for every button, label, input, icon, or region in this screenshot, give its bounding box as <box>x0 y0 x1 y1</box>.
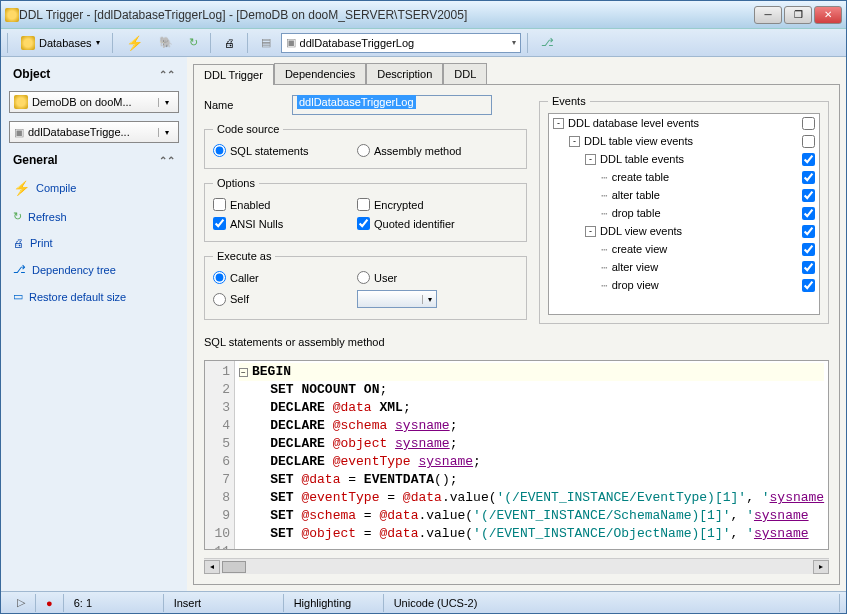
event-checkbox[interactable] <box>802 279 815 292</box>
refresh-link[interactable]: ↻Refresh <box>9 207 179 226</box>
toolbar: Databases ▾ ⚡ 🐘 ↻ 🖨 ▤ ▣ ddlDatabaseTrigg… <box>1 29 846 57</box>
content-area: Object ⌃⌃ DemoDB on dooM... ▾ ▣ ddlDatab… <box>1 57 846 591</box>
tab-ddl[interactable]: DDL <box>443 63 487 84</box>
close-button[interactable]: ✕ <box>814 6 842 24</box>
trigger-selector-value: ddlDatabaseTrigge... <box>28 126 130 138</box>
quoted-identifier-checkbox[interactable]: Quoted identifier <box>357 217 477 230</box>
collapse-icon: ⌃⌃ <box>159 69 175 80</box>
scroll-thumb[interactable] <box>222 561 246 573</box>
toolbar-button-2[interactable]: 🐘 <box>153 32 179 54</box>
tree-toggle-icon[interactable]: - <box>553 118 564 129</box>
window-icon: ▭ <box>13 290 23 303</box>
status-record-button[interactable]: ● <box>36 594 64 612</box>
print-toolbar-button[interactable]: 🖨 <box>218 32 241 54</box>
event-label: create view <box>612 243 802 255</box>
code-source-legend: Code source <box>213 123 283 135</box>
assembly-method-radio[interactable]: Assembly method <box>357 144 477 157</box>
event-checkbox[interactable] <box>802 207 815 220</box>
tab-description[interactable]: Description <box>366 63 443 84</box>
page-icon: ▤ <box>261 36 271 49</box>
event-tree-row[interactable]: -DDL view events <box>549 222 819 240</box>
status-play-button[interactable]: ▷ <box>7 594 36 612</box>
event-tree-row[interactable]: ⋯alter table <box>549 186 819 204</box>
main-panel: DDL Trigger Dependencies Description DDL… <box>187 57 846 591</box>
databases-label: Databases <box>39 37 92 49</box>
enabled-checkbox[interactable]: Enabled <box>213 198 333 211</box>
execute-button[interactable]: ⚡ <box>120 32 149 54</box>
scroll-left-button[interactable]: ◂ <box>204 560 220 574</box>
trigger-icon: ▣ <box>14 126 24 139</box>
toolbar-button-6[interactable]: ⎇ <box>535 32 560 54</box>
encrypted-checkbox[interactable]: Encrypted <box>357 198 477 211</box>
event-checkbox[interactable] <box>802 189 815 202</box>
horizontal-scrollbar[interactable]: ◂ ▸ <box>204 558 829 574</box>
event-label: drop view <box>612 279 802 291</box>
database-selector-value: DemoDB on dooM... <box>32 96 132 108</box>
restore-size-link[interactable]: ▭Restore default size <box>9 287 179 306</box>
event-checkbox[interactable] <box>802 261 815 274</box>
sql-statements-radio[interactable]: SQL statements <box>213 144 333 157</box>
sql-editor[interactable]: 12345678910111213 −BEGIN SET NOCOUNT ON;… <box>204 360 829 550</box>
user-combo[interactable]: ▾ <box>357 290 437 308</box>
toolbar-button-5[interactable]: ▤ <box>255 32 277 54</box>
code-area[interactable]: −BEGIN SET NOCOUNT ON; DECLARE @data XML… <box>235 361 828 549</box>
fold-icon[interactable]: − <box>239 368 248 377</box>
dropdown-arrow-icon: ▾ <box>96 38 100 47</box>
code-source-group: Code source SQL statements Assembly meth… <box>204 123 527 169</box>
event-checkbox[interactable] <box>802 225 815 238</box>
user-radio[interactable]: User <box>357 271 477 284</box>
sql-section-label: SQL statements or assembly method <box>204 332 829 352</box>
event-label: DDL table events <box>600 153 802 165</box>
execute-as-legend: Execute as <box>213 250 275 262</box>
self-radio[interactable]: Self <box>213 290 333 308</box>
tree-toggle-icon[interactable]: - <box>585 154 596 165</box>
event-checkbox[interactable] <box>802 135 815 148</box>
dropdown-arrow-icon: ▾ <box>512 38 516 47</box>
database-icon <box>14 95 28 109</box>
dependency-tree-link[interactable]: ⎇Dependency tree <box>9 260 179 279</box>
trigger-selector[interactable]: ▣ ddlDatabaseTrigge... ▾ <box>9 121 179 143</box>
event-tree-row[interactable]: -DDL database level events <box>549 114 819 132</box>
scroll-right-button[interactable]: ▸ <box>813 560 829 574</box>
database-selector[interactable]: DemoDB on dooM... ▾ <box>9 91 179 113</box>
tree-toggle-icon[interactable]: - <box>569 136 580 147</box>
event-checkbox[interactable] <box>802 117 815 130</box>
highlighting-status: Highlighting <box>284 594 384 612</box>
caller-radio[interactable]: Caller <box>213 271 333 284</box>
ansi-nulls-checkbox[interactable]: ANSI Nulls <box>213 217 333 230</box>
event-tree-row[interactable]: ⋯alter view <box>549 258 819 276</box>
refresh-icon: ↻ <box>189 36 198 49</box>
event-tree-row[interactable]: -DDL table view events <box>549 132 819 150</box>
tab-dependencies[interactable]: Dependencies <box>274 63 366 84</box>
encoding-status: Unicode (UCS-2) <box>384 594 840 612</box>
events-tree[interactable]: -DDL database level events-DDL table vie… <box>548 113 820 315</box>
object-section-header[interactable]: Object ⌃⌃ <box>9 65 179 83</box>
event-tree-row[interactable]: ⋯drop view <box>549 276 819 294</box>
minimize-button[interactable]: ─ <box>754 6 782 24</box>
tree-toggle-icon[interactable]: - <box>585 226 596 237</box>
tab-ddl-trigger[interactable]: DDL Trigger <box>193 64 274 85</box>
event-checkbox[interactable] <box>802 243 815 256</box>
compile-link[interactable]: ⚡Compile <box>9 177 179 199</box>
databases-button[interactable]: Databases ▾ <box>15 32 106 54</box>
event-label: DDL table view events <box>584 135 802 147</box>
event-tree-row[interactable]: ⋯create table <box>549 168 819 186</box>
event-checkbox[interactable] <box>802 153 815 166</box>
event-tree-row[interactable]: -DDL table events <box>549 150 819 168</box>
tree-icon: ⎇ <box>13 263 26 276</box>
object-combo[interactable]: ▣ ddlDatabaseTriggerLog ▾ <box>281 33 521 53</box>
events-legend: Events <box>548 95 590 107</box>
event-tree-row[interactable]: ⋯create view <box>549 240 819 258</box>
name-input[interactable]: ddlDatabaseTriggerLog <box>292 95 492 115</box>
line-number-gutter: 12345678910111213 <box>205 361 235 549</box>
event-checkbox[interactable] <box>802 171 815 184</box>
bolt-icon: ⚡ <box>126 35 143 51</box>
print-link[interactable]: 🖨Print <box>9 234 179 252</box>
general-section-header[interactable]: General ⌃⌃ <box>9 151 179 169</box>
printer-icon: 🖨 <box>224 37 235 49</box>
refresh-toolbar-button[interactable]: ↻ <box>183 32 204 54</box>
tree-icon: ⎇ <box>541 36 554 49</box>
event-tree-row[interactable]: ⋯drop table <box>549 204 819 222</box>
object-combo-value: ddlDatabaseTriggerLog <box>300 37 415 49</box>
maximize-button[interactable]: ❐ <box>784 6 812 24</box>
